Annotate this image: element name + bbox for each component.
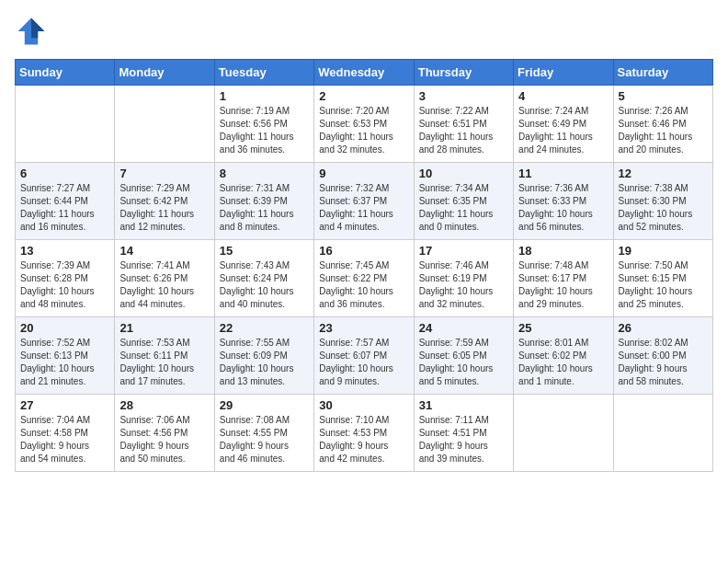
day-number: 20 [20, 321, 109, 335]
day-cell: 29Sunrise: 7:08 AM Sunset: 4:55 PM Dayli… [214, 395, 313, 472]
day-number: 21 [119, 321, 209, 335]
day-info: Sunrise: 7:53 AM Sunset: 6:11 PM Dayligh… [119, 337, 209, 388]
day-cell: 7Sunrise: 7:29 AM Sunset: 6:42 PM Daylig… [115, 163, 214, 240]
day-number: 13 [20, 244, 109, 258]
day-cell: 31Sunrise: 7:11 AM Sunset: 4:51 PM Dayli… [414, 395, 513, 472]
day-info: Sunrise: 8:02 AM Sunset: 6:00 PM Dayligh… [619, 337, 708, 388]
day-number: 7 [119, 167, 209, 180]
day-info: Sunrise: 7:20 AM Sunset: 6:53 PM Dayligh… [319, 105, 408, 156]
day-cell: 2Sunrise: 7:20 AM Sunset: 6:53 PM Daylig… [314, 86, 414, 163]
day-number: 22 [220, 321, 309, 335]
day-number: 11 [518, 167, 608, 180]
day-info: Sunrise: 7:39 AM Sunset: 6:28 PM Dayligh… [20, 259, 109, 311]
day-cell: 5Sunrise: 7:26 AM Sunset: 6:46 PM Daylig… [613, 86, 712, 163]
week-row-3: 13Sunrise: 7:39 AM Sunset: 6:28 PM Dayli… [16, 240, 713, 317]
day-info: Sunrise: 7:52 AM Sunset: 6:13 PM Dayligh… [20, 337, 109, 388]
day-info: Sunrise: 7:55 AM Sunset: 6:09 PM Dayligh… [220, 337, 309, 388]
day-cell: 1Sunrise: 7:19 AM Sunset: 6:56 PM Daylig… [214, 86, 313, 163]
day-cell: 28Sunrise: 7:06 AM Sunset: 4:56 PM Dayli… [115, 395, 214, 472]
week-row-2: 6Sunrise: 7:27 AM Sunset: 6:44 PM Daylig… [16, 163, 713, 240]
day-info: Sunrise: 7:48 AM Sunset: 6:17 PM Dayligh… [518, 259, 608, 311]
day-number: 17 [419, 244, 508, 258]
day-info: Sunrise: 7:04 AM Sunset: 4:58 PM Dayligh… [20, 414, 109, 465]
day-cell: 18Sunrise: 7:48 AM Sunset: 6:17 PM Dayli… [514, 240, 613, 317]
day-cell: 17Sunrise: 7:46 AM Sunset: 6:19 PM Dayli… [414, 240, 513, 317]
day-number: 10 [419, 167, 508, 180]
day-info: Sunrise: 7:50 AM Sunset: 6:15 PM Dayligh… [619, 259, 708, 311]
day-number: 29 [220, 398, 309, 412]
day-info: Sunrise: 7:31 AM Sunset: 6:39 PM Dayligh… [220, 182, 309, 234]
day-number: 30 [319, 398, 408, 412]
day-cell: 6Sunrise: 7:27 AM Sunset: 6:44 PM Daylig… [16, 163, 115, 240]
day-number: 19 [619, 244, 708, 258]
week-row-1: 1Sunrise: 7:19 AM Sunset: 6:56 PM Daylig… [16, 86, 713, 163]
day-cell: 15Sunrise: 7:43 AM Sunset: 6:24 PM Dayli… [214, 240, 313, 317]
page-header [15, 15, 713, 48]
week-row-5: 27Sunrise: 7:04 AM Sunset: 4:58 PM Dayli… [16, 395, 713, 472]
day-cell: 13Sunrise: 7:39 AM Sunset: 6:28 PM Dayli… [16, 240, 115, 317]
day-info: Sunrise: 7:27 AM Sunset: 6:44 PM Dayligh… [20, 182, 109, 234]
day-info: Sunrise: 7:26 AM Sunset: 6:46 PM Dayligh… [619, 105, 708, 156]
day-number: 31 [419, 398, 508, 412]
day-number: 1 [220, 89, 309, 103]
day-info: Sunrise: 7:22 AM Sunset: 6:51 PM Dayligh… [419, 105, 508, 156]
day-cell: 24Sunrise: 7:59 AM Sunset: 6:05 PM Dayli… [414, 317, 513, 395]
day-cell: 12Sunrise: 7:38 AM Sunset: 6:30 PM Dayli… [613, 163, 712, 240]
day-info: Sunrise: 7:46 AM Sunset: 6:19 PM Dayligh… [419, 259, 508, 311]
day-cell: 21Sunrise: 7:53 AM Sunset: 6:11 PM Dayli… [115, 317, 214, 395]
col-header-sunday: Sunday [16, 60, 115, 86]
day-info: Sunrise: 7:38 AM Sunset: 6:30 PM Dayligh… [619, 182, 708, 234]
day-number: 14 [119, 244, 209, 258]
day-info: Sunrise: 7:43 AM Sunset: 6:24 PM Dayligh… [220, 259, 309, 311]
day-info: Sunrise: 7:10 AM Sunset: 4:53 PM Dayligh… [319, 414, 408, 465]
day-number: 2 [319, 89, 408, 103]
day-cell: 25Sunrise: 8:01 AM Sunset: 6:02 PM Dayli… [514, 317, 613, 395]
col-header-saturday: Saturday [613, 60, 712, 86]
day-info: Sunrise: 7:32 AM Sunset: 6:37 PM Dayligh… [319, 182, 408, 234]
day-info: Sunrise: 7:08 AM Sunset: 4:55 PM Dayligh… [220, 414, 309, 465]
col-header-friday: Friday [514, 60, 613, 86]
day-info: Sunrise: 7:34 AM Sunset: 6:35 PM Dayligh… [419, 182, 508, 234]
day-cell: 20Sunrise: 7:52 AM Sunset: 6:13 PM Dayli… [16, 317, 115, 395]
day-number: 6 [20, 167, 109, 180]
day-cell: 16Sunrise: 7:45 AM Sunset: 6:22 PM Dayli… [314, 240, 414, 317]
day-info: Sunrise: 7:11 AM Sunset: 4:51 PM Dayligh… [419, 414, 508, 465]
day-cell: 19Sunrise: 7:50 AM Sunset: 6:15 PM Dayli… [613, 240, 712, 317]
col-header-tuesday: Tuesday [214, 60, 313, 86]
day-number: 25 [518, 321, 608, 335]
day-number: 4 [518, 89, 608, 103]
day-cell: 4Sunrise: 7:24 AM Sunset: 6:49 PM Daylig… [514, 86, 613, 163]
day-number: 18 [518, 244, 608, 258]
day-cell [514, 395, 613, 472]
day-number: 27 [20, 398, 109, 412]
col-header-thursday: Thursday [414, 60, 513, 86]
calendar-header-row: SundayMondayTuesdayWednesdayThursdayFrid… [16, 60, 713, 86]
svg-marker-2 [31, 18, 44, 39]
day-info: Sunrise: 7:41 AM Sunset: 6:26 PM Dayligh… [119, 259, 209, 311]
day-number: 24 [419, 321, 508, 335]
day-number: 15 [220, 244, 309, 258]
day-number: 5 [619, 89, 708, 103]
day-cell: 30Sunrise: 7:10 AM Sunset: 4:53 PM Dayli… [314, 395, 414, 472]
day-cell: 23Sunrise: 7:57 AM Sunset: 6:07 PM Dayli… [314, 317, 414, 395]
day-number: 12 [619, 167, 708, 180]
calendar-table: SundayMondayTuesdayWednesdayThursdayFrid… [15, 59, 713, 472]
day-info: Sunrise: 7:06 AM Sunset: 4:56 PM Dayligh… [119, 414, 209, 465]
day-info: Sunrise: 7:59 AM Sunset: 6:05 PM Dayligh… [419, 337, 508, 388]
logo-icon [15, 15, 48, 48]
day-number: 3 [419, 89, 508, 103]
day-cell [613, 395, 712, 472]
day-cell: 26Sunrise: 8:02 AM Sunset: 6:00 PM Dayli… [613, 317, 712, 395]
day-number: 28 [119, 398, 209, 412]
day-cell: 11Sunrise: 7:36 AM Sunset: 6:33 PM Dayli… [514, 163, 613, 240]
week-row-4: 20Sunrise: 7:52 AM Sunset: 6:13 PM Dayli… [16, 317, 713, 395]
day-cell: 27Sunrise: 7:04 AM Sunset: 4:58 PM Dayli… [16, 395, 115, 472]
day-info: Sunrise: 7:24 AM Sunset: 6:49 PM Dayligh… [518, 105, 608, 156]
col-header-monday: Monday [115, 60, 214, 86]
day-number: 26 [619, 321, 708, 335]
day-cell: 14Sunrise: 7:41 AM Sunset: 6:26 PM Dayli… [115, 240, 214, 317]
day-info: Sunrise: 8:01 AM Sunset: 6:02 PM Dayligh… [518, 337, 608, 388]
col-header-wednesday: Wednesday [314, 60, 414, 86]
day-number: 23 [319, 321, 408, 335]
day-number: 8 [220, 167, 309, 180]
